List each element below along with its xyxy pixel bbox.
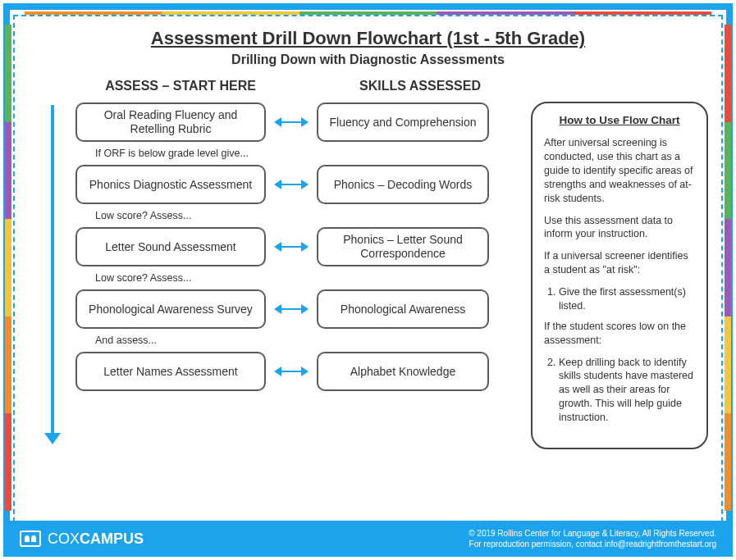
assess-box: Phonics Diagnostic Assessment [75, 165, 266, 204]
arrow-down-icon [51, 105, 54, 435]
column-headers: ASSESS – START HERE SKILLS ASSESSED [28, 79, 708, 93]
colour-strip-right [725, 25, 731, 511]
info-text: If the student scores low on the assessm… [544, 320, 695, 348]
content-area: Assessment Drill Down Flowchart (1st - 5… [20, 21, 716, 517]
brand-text: COXCAMPUS [48, 530, 144, 548]
page-title: Assessment Drill Down Flowchart (1st - 5… [28, 28, 708, 49]
footer-right: © 2019 Rollins Center for Language & Lit… [469, 528, 716, 549]
info-text: After universal screening is conducted, … [544, 136, 695, 205]
inter-text: Low score? Assess... [95, 210, 519, 221]
double-arrow-icon [274, 240, 309, 253]
double-arrow-icon [274, 116, 309, 129]
flow-row: Oral Reading Fluency and Retelling Rubri… [75, 100, 519, 144]
double-arrow-icon [274, 178, 309, 191]
info-text: Use this assessment data to inform your … [544, 214, 695, 242]
inter-text: And assess... [95, 335, 519, 346]
flow-row: Letter Sound Assessment Phonics – Letter… [75, 225, 519, 269]
info-title: How to Use Flow Chart [544, 113, 695, 128]
skill-box: Phonics – Letter Sound Correspondence [317, 227, 489, 266]
inter-text: Low score? Assess... [95, 272, 519, 284]
copyright-text: © 2019 Rollins Center for Language & Lit… [469, 528, 716, 539]
flow-row: Phonological Awareness Survey Phonologic… [75, 287, 519, 331]
flow-row: Phonics Diagnostic Assessment Phonics – … [75, 162, 519, 207]
info-panel: How to Use Flow Chart After universal sc… [531, 102, 708, 449]
flow-row: Letter Names Assessment Alphabet Knowled… [75, 349, 519, 394]
flow-area: Oral Reading Fluency and Retelling Rubri… [28, 100, 708, 453]
assess-box: Letter Sound Assessment [75, 227, 266, 266]
double-arrow-icon [274, 303, 309, 316]
book-icon [20, 530, 41, 547]
header-assess: ASSESS – START HERE [71, 79, 290, 93]
header-skills: SKILLS ASSESSED [330, 79, 510, 93]
brand-suffix: CAMPUS [80, 530, 144, 547]
assess-box: Letter Names Assessment [75, 352, 266, 391]
skill-box: Alphabet Knowledge [317, 352, 489, 391]
double-arrow-icon [274, 365, 309, 378]
info-text: If a universal screener identifies a stu… [544, 249, 695, 277]
skill-box: Phonics – Decoding Words [317, 165, 489, 204]
info-list-item: Give the first assessment(s) listed. [559, 285, 695, 313]
assess-box: Oral Reading Fluency and Retelling Rubri… [75, 102, 266, 142]
footer-bar: COXCAMPUS © 2019 Rollins Center for Lang… [3, 521, 733, 557]
page-subtitle: Drilling Down with Diagnostic Assessment… [28, 52, 708, 67]
assess-box: Phonological Awareness Survey [75, 289, 266, 329]
skill-box: Fluency and Comprehension [317, 102, 489, 142]
brand-prefix: COX [48, 530, 80, 547]
info-list-item: Keep drilling back to identify skills st… [559, 356, 695, 425]
inter-text: If ORF is below grade level give... [95, 148, 519, 159]
contact-text: For reproduction permission, contact inf… [469, 539, 716, 549]
colour-strip-left [5, 25, 11, 511]
flow-rows: Oral Reading Fluency and Retelling Rubri… [75, 100, 519, 397]
skill-box: Phonological Awareness [317, 289, 489, 329]
footer-logo: COXCAMPUS [20, 530, 144, 548]
